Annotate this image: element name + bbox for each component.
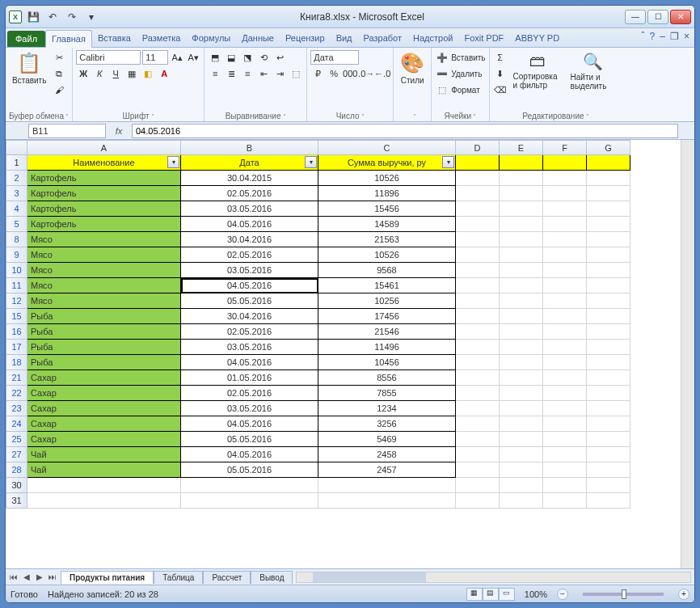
bold-button[interactable]: Ж: [76, 66, 91, 81]
cell[interactable]: [181, 493, 318, 509]
row-header[interactable]: 3: [6, 186, 27, 201]
cell[interactable]: [543, 324, 587, 340]
cell[interactable]: [587, 478, 630, 493]
grid[interactable]: ABCDEFG1Наименование▾Дата▾Сумма выручки,…: [6, 140, 681, 568]
sheet-nav-last[interactable]: ⏭: [46, 572, 59, 581]
cell[interactable]: [587, 263, 630, 278]
row-header[interactable]: 30: [6, 478, 27, 493]
row-header[interactable]: 8: [6, 232, 27, 247]
cell[interactable]: [456, 355, 500, 370]
cell[interactable]: Сахар: [27, 416, 181, 432]
cell[interactable]: [456, 340, 500, 355]
cell[interactable]: [456, 493, 500, 509]
cell[interactable]: [500, 217, 543, 232]
cell[interactable]: 05.05.2016: [181, 462, 318, 478]
sheet-tab[interactable]: Таблица: [154, 571, 203, 584]
cell[interactable]: [500, 232, 543, 247]
cell[interactable]: [587, 232, 630, 247]
cell[interactable]: 2458: [318, 447, 456, 462]
cell[interactable]: [543, 155, 587, 171]
cell[interactable]: [587, 355, 630, 370]
cell[interactable]: [543, 217, 587, 232]
format-painter-button[interactable]: 🖌: [52, 82, 66, 97]
cell[interactable]: 9568: [318, 263, 456, 278]
ribbon-tab-abbyy pd[interactable]: ABBYY PD: [509, 30, 565, 47]
cell[interactable]: [543, 309, 587, 324]
row-header[interactable]: 18: [6, 355, 27, 370]
ribbon-tab-разработ[interactable]: Разработ: [358, 30, 407, 47]
row-header[interactable]: 24: [6, 416, 27, 432]
cell[interactable]: [543, 340, 587, 355]
cell[interactable]: [543, 355, 587, 370]
undo-button[interactable]: ↶: [44, 9, 61, 25]
cell[interactable]: Чай: [27, 462, 181, 478]
ribbon-tab-формулы[interactable]: Формулы: [186, 30, 236, 47]
cell[interactable]: [587, 171, 630, 186]
cell[interactable]: [543, 447, 587, 462]
cell[interactable]: Картофель: [27, 186, 181, 201]
format-cells-button[interactable]: ⬚: [435, 82, 449, 97]
formula-input[interactable]: [132, 124, 678, 138]
cell[interactable]: 11496: [318, 340, 456, 355]
cell[interactable]: [456, 155, 500, 171]
cell[interactable]: [456, 478, 500, 493]
cut-button[interactable]: ✂: [52, 50, 66, 65]
file-tab[interactable]: Файл: [7, 31, 45, 47]
sheet-tab[interactable]: Продукты питания: [61, 571, 154, 584]
filter-button-icon[interactable]: ▾: [305, 156, 317, 168]
cell[interactable]: 5469: [318, 432, 456, 447]
cell[interactable]: Мясо: [27, 263, 181, 278]
cell[interactable]: [587, 401, 630, 416]
italic-button[interactable]: К: [92, 66, 107, 81]
cell[interactable]: [543, 201, 587, 217]
cell[interactable]: 15456: [318, 201, 456, 217]
cell[interactable]: [543, 432, 587, 447]
cell[interactable]: 17456: [318, 309, 456, 324]
cell[interactable]: [587, 447, 630, 462]
sheet-nav-prev[interactable]: ◀: [20, 572, 33, 581]
cell[interactable]: [587, 201, 630, 217]
save-button[interactable]: 💾: [25, 9, 41, 25]
cell[interactable]: 15461: [318, 278, 456, 293]
cell[interactable]: [543, 370, 587, 386]
cell[interactable]: [500, 447, 543, 462]
cell[interactable]: [587, 462, 630, 478]
delete-cells-button[interactable]: ➖: [435, 66, 449, 81]
cell[interactable]: 04.05.2016: [181, 278, 318, 293]
cell[interactable]: [543, 263, 587, 278]
cell[interactable]: 21546: [318, 324, 456, 340]
cell[interactable]: 01.05.2016: [181, 370, 318, 386]
cell[interactable]: [587, 340, 630, 355]
currency-button[interactable]: ₽: [310, 66, 325, 81]
cell[interactable]: [543, 416, 587, 432]
cell[interactable]: 1234: [318, 401, 456, 416]
cell[interactable]: [587, 155, 630, 171]
increase-font-button[interactable]: A▴: [170, 50, 184, 65]
cell[interactable]: [456, 263, 500, 278]
find-select-button[interactable]: 🔍 Найти и выделить: [567, 50, 619, 92]
cell[interactable]: Рыба: [27, 324, 181, 340]
cell[interactable]: [27, 478, 181, 493]
cell[interactable]: [456, 201, 500, 217]
cell[interactable]: 30.04.2015: [181, 171, 318, 186]
cell[interactable]: [500, 278, 543, 293]
cell[interactable]: [587, 309, 630, 324]
row-header[interactable]: 31: [6, 493, 27, 509]
cell[interactable]: [587, 278, 630, 293]
cell[interactable]: [500, 370, 543, 386]
cell[interactable]: 04.05.2016: [181, 447, 318, 462]
decrease-indent-button[interactable]: ⇤: [256, 66, 271, 81]
number-format-combo[interactable]: Дата: [310, 50, 359, 65]
cell[interactable]: [587, 416, 630, 432]
row-header[interactable]: 21: [6, 370, 27, 386]
minimize-button[interactable]: —: [625, 10, 646, 24]
row-header[interactable]: 1: [6, 155, 27, 171]
cell[interactable]: [543, 186, 587, 201]
increase-decimal-button[interactable]: .0→: [359, 66, 373, 81]
row-header[interactable]: 25: [6, 432, 27, 447]
sheet-tab[interactable]: Рассчет: [203, 571, 251, 584]
cell[interactable]: 3256: [318, 416, 456, 432]
increase-indent-button[interactable]: ⇥: [272, 66, 287, 81]
cell[interactable]: [318, 478, 456, 493]
cell[interactable]: [500, 293, 543, 309]
